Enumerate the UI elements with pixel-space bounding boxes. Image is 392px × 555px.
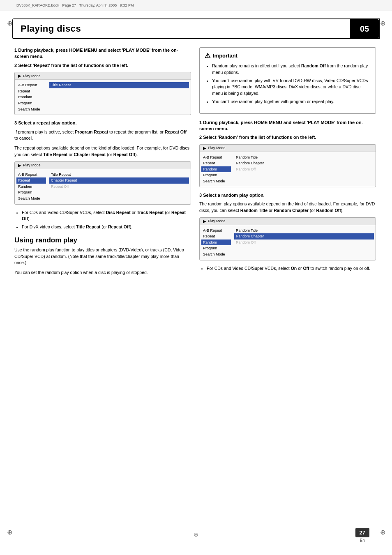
pm2-row-2: Repeat	[16, 177, 46, 184]
pm2-right-row-5	[51, 190, 187, 191]
play-mode-icon-r1: ▶	[203, 146, 206, 150]
pmr1-row-3: Random	[201, 166, 231, 173]
pmr2-right-2: Random Chapter	[234, 233, 374, 240]
play-mode-right-2: Title Repeat Chapter Repeat Repeat Off	[48, 172, 191, 202]
meta-bar: DV585K_KARAOKE.book Page 27 Thursday, Ap…	[0, 0, 392, 11]
play-mode-right-1: Title Repeat	[48, 82, 191, 112]
page-title-area: Playing discs	[13, 19, 350, 38]
important-bullet-3: You can't use random play together with …	[212, 99, 371, 105]
play-mode-header-r1: ▶ Play Mode	[200, 145, 376, 152]
random-para2: You can set the random play option when …	[14, 269, 191, 276]
section-heading-random: Using random play	[14, 236, 191, 244]
play-mode-header-1: ▶ Play Mode	[15, 72, 191, 80]
important-bullet-2: You can't use random play with VR format…	[212, 78, 371, 97]
play-mode-icon-2: ▶	[18, 163, 21, 168]
left-bullet-1: For CDs and Video CD/Super VCDs, select …	[22, 210, 191, 223]
pm2-row-5: Search Mode	[18, 196, 44, 202]
right-bullets: For CDs and Video CD/Super VCDs, select …	[199, 265, 376, 272]
play-mode-label-r1: Play Mode	[208, 146, 226, 150]
page-number: 27	[355, 528, 369, 537]
play-mode-icon-1: ▶	[18, 74, 21, 78]
pmr2-row-3: Random	[201, 240, 231, 246]
left-step3-heading: 3 Select a repeat play option.	[14, 120, 191, 126]
play-mode-body-r2: A-B Repeat Repeat Random Program Search …	[200, 225, 376, 260]
left-step3-para2: The repeat options available depend on t…	[14, 145, 191, 158]
pm-row-1-4: Program	[18, 100, 44, 106]
meta-day: Thursday, April 7, 2005	[79, 3, 117, 7]
important-bullets: Random play remains in effect until you …	[205, 63, 371, 105]
play-mode-left-1: A-B Repeat Repeat Random Program Search …	[15, 82, 48, 112]
play-mode-box-1: ▶ Play Mode A-B Repeat Repeat Random Pro…	[14, 72, 191, 115]
pmr1-right-2: Random Chapter	[236, 160, 372, 166]
right-step3-para: The random play options available depend…	[199, 201, 376, 214]
play-mode-icon-r2: ▶	[203, 219, 206, 223]
chapter-badge: 05	[350, 19, 379, 38]
pm2-row-3: Random	[18, 184, 44, 190]
corner-mark-tr: ⊕	[378, 18, 387, 28]
pmr2-right-1: Random Title	[236, 228, 372, 234]
play-mode-header-r2: ▶ Play Mode	[200, 218, 376, 225]
pmr2-right-5	[236, 246, 372, 247]
pmr2-row-2: Repeat	[203, 233, 229, 240]
meta-time: 9:32 PM	[120, 3, 134, 7]
pmr1-row-2: Repeat	[203, 160, 229, 166]
play-mode-right-r1: Random Title Random Chapter Random Off	[233, 154, 376, 184]
play-mode-right-r2: Random Title Random Chapter Random Off	[233, 228, 376, 258]
play-mode-label-2: Play Mode	[23, 163, 41, 167]
random-para1: Use the random play function to play tit…	[14, 247, 191, 266]
pmr1-row-1: A-B Repeat	[203, 154, 229, 161]
play-mode-box-2: ▶ Play Mode A-B Repeat Repeat Random Pro…	[14, 161, 191, 205]
crosshair-bottom: ⊕	[194, 531, 198, 538]
right-bullet-cds: For CDs and Video CD/Super VCDs, select …	[207, 265, 376, 272]
corner-mark-tl: ⊕	[5, 18, 14, 28]
important-label: Important	[213, 53, 238, 59]
corner-mark-bl: ⊕	[5, 527, 14, 537]
pmr1-row-5: Search Mode	[203, 178, 229, 184]
warning-icon: ⚠	[205, 52, 210, 60]
page: ⊕ ⊕ ⊕ ⊕ DV585K_KARAOKE.book Page 27 Thur…	[0, 0, 392, 555]
play-mode-label-1: Play Mode	[23, 74, 41, 78]
right-column: ⚠ Important Random play remains in effec…	[199, 47, 376, 279]
page-footer: 27 En	[355, 528, 369, 543]
important-bullet-1: Random play remains in effect until you …	[212, 63, 371, 76]
play-mode-body-r1: A-B Repeat Repeat Random Program Search …	[200, 152, 376, 187]
pm2-row-4: Program	[18, 189, 44, 196]
pm-row-1-2: Repeat	[18, 88, 44, 94]
left-step1-heading: 1 During playback, press HOME MENU and s…	[14, 47, 191, 60]
play-mode-body-2: A-B Repeat Repeat Random Program Search …	[15, 169, 191, 204]
pmr1-right-5	[236, 173, 372, 174]
right-step3-heading: 3 Select a random play option.	[199, 192, 376, 198]
content-area: 1 During playback, press HOME MENU and s…	[0, 39, 392, 288]
play-mode-header-2: ▶ Play Mode	[15, 162, 191, 169]
pm-row-1-1: A-B Repeat	[18, 82, 44, 88]
pm2-right-row-3: Repeat Off	[51, 184, 187, 190]
pmr2-row-5: Search Mode	[203, 251, 229, 258]
pm-row-1-5: Search Mode	[18, 106, 44, 113]
play-mode-body-1: A-B Repeat Repeat Random Program Search …	[15, 80, 191, 115]
important-box: ⚠ Important Random play remains in effec…	[199, 47, 376, 114]
play-mode-label-r2: Play Mode	[208, 219, 226, 223]
corner-mark-br: ⊕	[378, 527, 387, 537]
play-mode-left-2: A-B Repeat Repeat Random Program Search …	[15, 172, 48, 202]
pmr1-row-4: Program	[203, 172, 229, 178]
pm-right-row-1-1: Title Repeat	[49, 82, 189, 88]
left-bullets: For CDs and Video CD/Super VCDs, select …	[14, 210, 191, 230]
pmr1-right-1: Random Title	[236, 154, 372, 161]
pmr2-row-1: A-B Repeat	[203, 228, 229, 234]
pm2-right-row-1: Title Repeat	[51, 172, 187, 178]
pmr2-row-4: Program	[203, 245, 229, 251]
important-title: ⚠ Important	[205, 52, 371, 60]
play-mode-box-r1: ▶ Play Mode A-B Repeat Repeat Random Pro…	[199, 144, 376, 187]
left-step3-para1: If program play is active, select Progra…	[14, 129, 191, 142]
page-header: Playing discs 05	[12, 18, 380, 39]
pm2-right-row-2: Chapter Repeat	[49, 177, 189, 184]
pm2-row-1: A-B Repeat	[18, 172, 44, 178]
play-mode-left-r1: A-B Repeat Repeat Random Program Search …	[200, 154, 233, 184]
meta-page: 27	[72, 3, 76, 7]
page-lang: En	[355, 538, 369, 543]
right-step1-heading: 1 During playback, press HOME MENU and s…	[199, 120, 376, 132]
left-step2-heading: 2 Select 'Repeat' from the list of funct…	[14, 62, 191, 69]
left-column: 1 During playback, press HOME MENU and s…	[14, 47, 191, 279]
pmr2-right-3: Random Off	[236, 240, 372, 246]
pm-right-row-1-5	[51, 91, 187, 92]
